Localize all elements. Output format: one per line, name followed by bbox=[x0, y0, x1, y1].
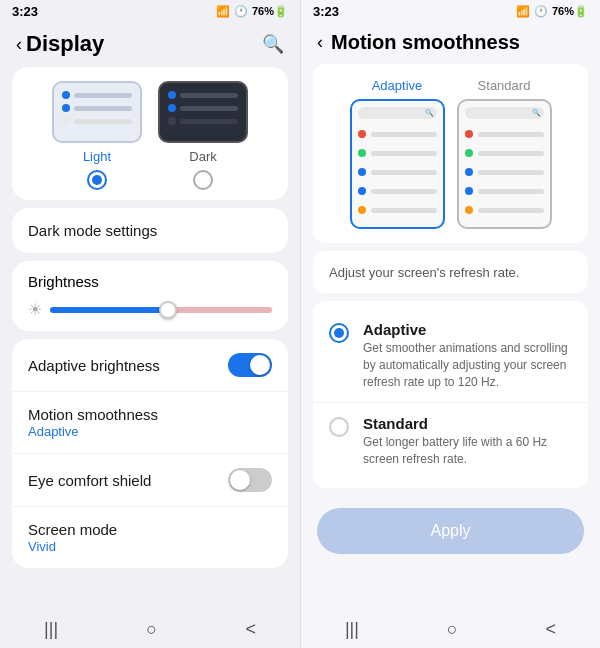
list-item-preview-std bbox=[465, 145, 544, 161]
dark-mode-item[interactable]: Dark mode settings bbox=[12, 208, 288, 253]
adaptive-radio[interactable] bbox=[329, 323, 349, 343]
theme-dark[interactable]: Dark bbox=[158, 81, 248, 190]
preview-dot bbox=[62, 104, 70, 112]
battery-right: 76%🔋 bbox=[552, 5, 588, 18]
screen-mode-label: Screen mode bbox=[28, 521, 117, 538]
recents-button-right[interactable]: ||| bbox=[345, 619, 359, 640]
standard-option-desc: Get longer battery life with a 60 Hz scr… bbox=[363, 434, 572, 468]
adaptive-brightness-item[interactable]: Adaptive brightness bbox=[12, 339, 288, 391]
back-nav-left[interactable]: < bbox=[245, 619, 256, 640]
list-line-std bbox=[478, 132, 544, 137]
brightness-label: Brightness bbox=[28, 273, 272, 290]
adaptive-option-desc: Get smoother animations and scrolling by… bbox=[363, 340, 572, 390]
adaptive-preview-option[interactable]: Adaptive bbox=[350, 78, 445, 229]
light-label: Light bbox=[83, 149, 111, 164]
screen-mode-item[interactable]: Screen mode Vivid bbox=[12, 506, 288, 568]
preview-line bbox=[180, 106, 238, 111]
time-right: 3:23 bbox=[313, 4, 339, 19]
display-title: Display bbox=[26, 31, 104, 57]
settings-list: Adaptive brightness Motion smoothness Ad… bbox=[12, 339, 288, 568]
status-bar-left: 3:23 📶 🕐 76%🔋 bbox=[0, 0, 300, 23]
light-radio[interactable] bbox=[87, 170, 107, 190]
nav-bar-right: ||| ○ < bbox=[301, 609, 600, 648]
clock-icon: 🕐 bbox=[234, 5, 248, 18]
list-item-preview-std bbox=[465, 183, 544, 199]
motion-smoothness-text: Motion smoothness Adaptive bbox=[28, 406, 158, 439]
home-button-left[interactable]: ○ bbox=[146, 619, 157, 640]
list-item-preview bbox=[358, 126, 437, 142]
motion-header: ‹ Motion smoothness bbox=[301, 23, 600, 64]
standard-option[interactable]: Standard Get longer battery life with a … bbox=[313, 402, 588, 480]
orange-dot-std bbox=[465, 206, 473, 214]
theme-light[interactable]: Light bbox=[52, 81, 142, 190]
standard-phone-preview bbox=[457, 99, 552, 229]
preview-line bbox=[180, 119, 238, 124]
green-dot-std bbox=[465, 149, 473, 157]
back-button-left[interactable]: ‹ bbox=[16, 34, 22, 55]
adaptive-option-title: Adaptive bbox=[363, 321, 572, 338]
light-preview bbox=[52, 81, 142, 143]
back-nav-right[interactable]: < bbox=[546, 619, 557, 640]
motion-options-row: Adaptive bbox=[327, 78, 574, 229]
search-bar-preview bbox=[358, 107, 437, 119]
orange-dot bbox=[358, 206, 366, 214]
red-dot-std bbox=[465, 130, 473, 138]
dark-label: Dark bbox=[189, 149, 216, 164]
search-button[interactable]: 🔍 bbox=[262, 33, 284, 55]
battery-left: 76%🔋 bbox=[252, 5, 288, 18]
standard-radio[interactable] bbox=[329, 417, 349, 437]
dark-mode-section: Dark mode settings bbox=[12, 208, 288, 253]
standard-preview-label: Standard bbox=[478, 78, 531, 93]
brightness-slider[interactable] bbox=[50, 307, 272, 313]
preview-dot bbox=[168, 117, 176, 125]
left-panel: 3:23 📶 🕐 76%🔋 ‹ Display 🔍 bbox=[0, 0, 300, 648]
theme-section: Light bbox=[12, 67, 288, 200]
list-line bbox=[371, 189, 437, 194]
adjust-text: Adjust your screen's refresh rate. bbox=[329, 265, 519, 280]
dark-preview bbox=[158, 81, 248, 143]
list-item-preview bbox=[358, 183, 437, 199]
blue-dot bbox=[358, 168, 366, 176]
list-line-std bbox=[478, 208, 544, 213]
green-dot bbox=[358, 149, 366, 157]
search-bar-preview-std bbox=[465, 107, 544, 119]
eye-comfort-item[interactable]: Eye comfort shield bbox=[12, 453, 288, 506]
preview-dot bbox=[62, 91, 70, 99]
list-item-preview bbox=[358, 164, 437, 180]
apply-button[interactable]: Apply bbox=[317, 508, 584, 554]
list-line bbox=[371, 132, 437, 137]
light-radio-row bbox=[87, 170, 107, 190]
status-icons-right: 📶 🕐 76%🔋 bbox=[516, 5, 588, 18]
adaptive-phone-preview bbox=[350, 99, 445, 229]
motion-title: Motion smoothness bbox=[331, 31, 520, 54]
adaptive-brightness-toggle[interactable] bbox=[228, 353, 272, 377]
recents-button-left[interactable]: ||| bbox=[44, 619, 58, 640]
motion-preview-section: Adaptive bbox=[313, 64, 588, 243]
standard-preview-option[interactable]: Standard bbox=[457, 78, 552, 229]
adaptive-option-text: Adaptive Get smoother animations and scr… bbox=[363, 321, 572, 390]
list-line bbox=[371, 170, 437, 175]
motion-smoothness-item[interactable]: Motion smoothness Adaptive bbox=[12, 391, 288, 453]
eye-comfort-toggle[interactable] bbox=[228, 468, 272, 492]
dark-radio[interactable] bbox=[193, 170, 213, 190]
apply-section: Apply bbox=[301, 496, 600, 566]
slider-thumb[interactable] bbox=[159, 301, 177, 319]
signal-icon-right: 📶 bbox=[516, 5, 530, 18]
brightness-section: Brightness ☀ bbox=[12, 261, 288, 331]
red-dot bbox=[358, 130, 366, 138]
back-button-right[interactable]: ‹ bbox=[317, 32, 323, 53]
dark-radio-row bbox=[193, 170, 213, 190]
preview-line bbox=[74, 119, 132, 124]
adaptive-option[interactable]: Adaptive Get smoother animations and scr… bbox=[313, 309, 588, 402]
home-button-right[interactable]: ○ bbox=[447, 619, 458, 640]
list-item-preview-std bbox=[465, 202, 544, 218]
time-left: 3:23 bbox=[12, 4, 38, 19]
adaptive-preview-label: Adaptive bbox=[372, 78, 423, 93]
motion-smoothness-sub: Adaptive bbox=[28, 424, 158, 439]
clock-icon-right: 🕐 bbox=[534, 5, 548, 18]
theme-options: Light bbox=[26, 81, 274, 190]
preview-dot bbox=[62, 117, 70, 125]
sun-icon: ☀ bbox=[28, 300, 42, 319]
radio-options-section: Adaptive Get smoother animations and scr… bbox=[313, 301, 588, 488]
brightness-slider-row: ☀ bbox=[28, 300, 272, 319]
